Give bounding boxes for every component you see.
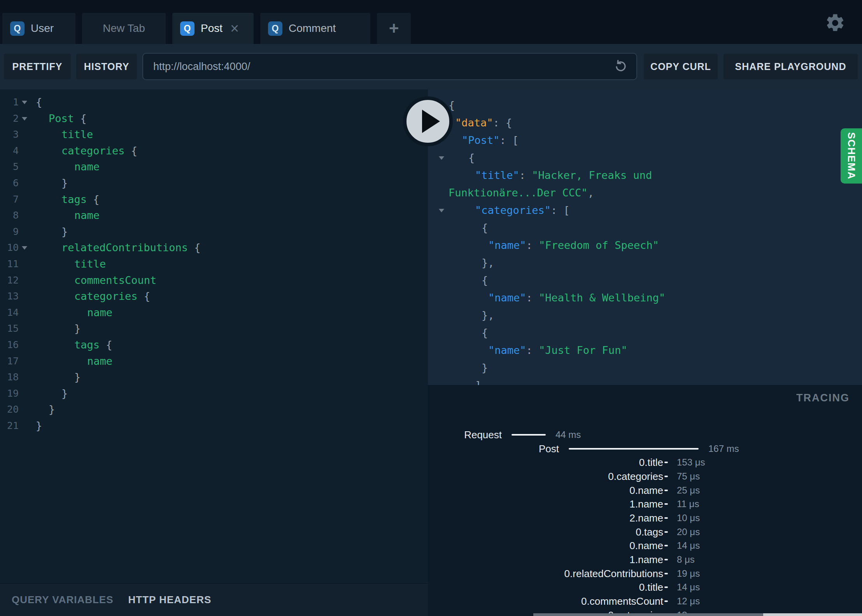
code-token: tags bbox=[74, 339, 100, 351]
fold-gutter bbox=[428, 359, 447, 376]
fold-gutter bbox=[19, 272, 30, 289]
fold-gutter bbox=[428, 376, 447, 385]
code-text: categories { bbox=[30, 288, 150, 304]
code-token: name bbox=[87, 355, 112, 367]
tracing-row: 0.categories75 μs bbox=[428, 469, 862, 483]
tab-post[interactable]: Q Post × bbox=[172, 13, 254, 44]
code-token: name bbox=[87, 306, 112, 318]
tab-label: Comment bbox=[289, 22, 336, 35]
code-token: : bbox=[519, 169, 532, 181]
response-viewer[interactable]: {"data": {"Post": [{"title": "Hacker, Fr… bbox=[428, 89, 862, 385]
code-token: { bbox=[482, 274, 488, 286]
fold-gutter bbox=[428, 306, 447, 324]
share-playground-button[interactable]: SHARE PLAYGROUND bbox=[724, 54, 858, 79]
dash-separator bbox=[664, 600, 668, 602]
code-text: "name": "Health & Wellbeing" bbox=[447, 289, 665, 306]
tab-new-tab[interactable]: New Tab bbox=[82, 13, 166, 44]
tracing-value: 11 μs bbox=[677, 499, 699, 509]
tracing-label: 0.name bbox=[629, 540, 663, 552]
fold-arrow-icon[interactable] bbox=[439, 156, 444, 160]
code-text: { bbox=[447, 219, 488, 236]
horizontal-scrollbar-thumb[interactable] bbox=[763, 613, 862, 616]
code-token: ] bbox=[475, 379, 481, 385]
line-number: 1 bbox=[0, 94, 19, 110]
code-text: { bbox=[447, 149, 475, 166]
dash-separator bbox=[664, 559, 668, 560]
graphql-playground: Q User New Tab Q Post × Q Comment + P bbox=[0, 0, 862, 616]
tracing-label: Post bbox=[539, 443, 559, 455]
new-tab-button[interactable]: + bbox=[377, 13, 411, 44]
dash-separator bbox=[664, 462, 668, 463]
tracing-value: 153 μs bbox=[677, 457, 705, 468]
line-number: 8 bbox=[0, 207, 19, 224]
fold-arrow-icon[interactable] bbox=[22, 101, 27, 104]
fold-arrow-icon[interactable] bbox=[22, 246, 27, 250]
code-text: } bbox=[30, 175, 68, 191]
line-number: 21 bbox=[0, 418, 19, 434]
code-token: : [ bbox=[551, 204, 570, 216]
query-line: 17name bbox=[0, 353, 428, 369]
fold-gutter bbox=[19, 110, 30, 127]
code-token: "name" bbox=[488, 292, 526, 304]
line-number: 2 bbox=[0, 110, 19, 127]
response-line: "Post": [ bbox=[428, 131, 862, 149]
tab-user[interactable]: Q User bbox=[2, 13, 75, 44]
tracing-row: 1.name11 μs bbox=[428, 497, 862, 511]
code-token: { bbox=[188, 242, 201, 254]
fold-gutter bbox=[428, 341, 447, 359]
query-editor[interactable]: 1{2Post {3title4categories {5name6}7tags… bbox=[0, 89, 428, 583]
fold-gutter bbox=[19, 256, 30, 272]
tracing-value: 20 μs bbox=[677, 527, 700, 537]
fold-arrow-icon[interactable] bbox=[439, 209, 444, 212]
http-headers-tab[interactable]: HTTP HEADERS bbox=[128, 594, 212, 606]
line-number: 13 bbox=[0, 288, 19, 304]
tracing-row: 0.commentsCount12 μs bbox=[428, 594, 862, 608]
tracing-label: 0.commentsCount bbox=[581, 595, 663, 607]
tracing-value: 14 μs bbox=[677, 582, 700, 593]
query-badge: Q bbox=[180, 21, 194, 36]
history-button[interactable]: HISTORY bbox=[76, 54, 137, 79]
code-token: "name" bbox=[488, 344, 526, 356]
line-number: 9 bbox=[0, 224, 19, 240]
execute-query-button[interactable] bbox=[403, 96, 453, 146]
copy-curl-button[interactable]: COPY CURL bbox=[644, 54, 718, 79]
prettify-button[interactable]: PRETTIFY bbox=[4, 54, 71, 79]
line-number: 18 bbox=[0, 369, 19, 385]
close-tab-icon[interactable]: × bbox=[230, 21, 239, 36]
settings-gear-icon[interactable] bbox=[825, 12, 846, 33]
tab-bar: Q User New Tab Q Post × Q Comment + bbox=[0, 0, 862, 44]
tracing-row: 0.title14 μs bbox=[428, 581, 862, 595]
fold-gutter bbox=[19, 126, 30, 143]
query-variables-tab[interactable]: QUERY VARIABLES bbox=[12, 594, 114, 606]
query-line: 16tags { bbox=[0, 337, 428, 353]
endpoint-url-input[interactable] bbox=[143, 61, 613, 73]
code-token: { bbox=[36, 96, 42, 108]
response-line: }, bbox=[428, 254, 862, 271]
schema-side-tab[interactable]: SCHEMA bbox=[841, 128, 862, 184]
response-line: }, bbox=[428, 306, 862, 324]
tab-label: Post bbox=[201, 22, 223, 35]
endpoint-url-field[interactable] bbox=[142, 53, 637, 80]
tracing-label: 0.categories bbox=[608, 470, 663, 482]
code-text: } bbox=[30, 418, 42, 434]
code-text: } bbox=[30, 369, 81, 385]
response-line: "name": "Freedom of Speech" bbox=[428, 236, 862, 254]
code-text: "data": { bbox=[447, 114, 512, 131]
query-line: 15} bbox=[0, 320, 428, 337]
tab-label: New Tab bbox=[103, 22, 145, 35]
fold-arrow-icon[interactable] bbox=[22, 117, 27, 121]
code-text: name bbox=[30, 304, 112, 321]
tab-comment[interactable]: Q Comment bbox=[260, 13, 370, 44]
replay-icon[interactable] bbox=[613, 59, 629, 74]
fold-gutter bbox=[428, 324, 447, 341]
query-line: 4categories { bbox=[0, 143, 428, 159]
code-text: "categories": [ bbox=[447, 201, 570, 219]
code-token: Post bbox=[49, 112, 74, 124]
code-token: { bbox=[482, 327, 488, 339]
code-token: } bbox=[74, 371, 81, 383]
fold-gutter bbox=[19, 175, 30, 191]
fold-gutter bbox=[19, 94, 30, 110]
code-token: } bbox=[61, 177, 68, 189]
fold-gutter bbox=[19, 240, 30, 256]
response-line: "categories": [ bbox=[428, 201, 862, 219]
